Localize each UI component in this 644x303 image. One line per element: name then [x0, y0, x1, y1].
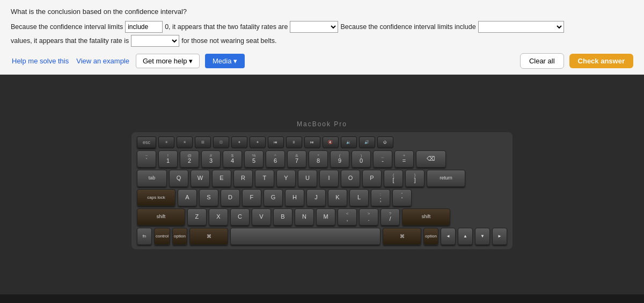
question-text: What is the conclusion based on the conf…: [11, 8, 633, 16]
9-key[interactable]: (9: [330, 150, 349, 168]
esc-key[interactable]: esc: [137, 136, 156, 148]
clear-all-button[interactable]: Clear all: [520, 53, 564, 69]
l-key[interactable]: L: [349, 189, 369, 206]
capslock-key[interactable]: caps lock: [137, 189, 175, 206]
up-arrow-key[interactable]: ▲: [458, 228, 473, 245]
question-panel: What is the conclusion based on the conf…: [0, 0, 644, 75]
f6-key[interactable]: ✦: [250, 136, 266, 148]
lshift-key[interactable]: shift: [137, 208, 185, 226]
tab-key[interactable]: tab: [137, 170, 167, 187]
fn-key-bottom[interactable]: fn: [137, 228, 152, 245]
cmd-left-key[interactable]: ⌘: [189, 228, 228, 245]
k-key[interactable]: K: [328, 189, 347, 206]
sentence-row-1: Because the confidence interval limits 0…: [11, 21, 633, 47]
n-key[interactable]: N: [295, 208, 314, 226]
3-key[interactable]: #3: [201, 150, 221, 168]
minus-key[interactable]: _-: [373, 150, 392, 168]
q-key[interactable]: Q: [169, 170, 188, 187]
f-key[interactable]: F: [242, 189, 261, 206]
lbracket-key[interactable]: {[: [384, 170, 403, 187]
qwerty-row: tab Q W E R T Y U I O P {[ }] return: [137, 170, 507, 187]
4-key[interactable]: $4: [223, 150, 242, 168]
option-right-key[interactable]: option: [423, 228, 438, 245]
backspace-key[interactable]: ⌫: [416, 150, 446, 168]
o-key[interactable]: O: [341, 170, 360, 187]
v-key[interactable]: V: [252, 208, 271, 226]
rshift-key[interactable]: shift: [402, 208, 450, 226]
f1-key[interactable]: ☀: [158, 136, 174, 148]
p-key[interactable]: P: [362, 170, 382, 187]
m-key[interactable]: M: [316, 208, 335, 226]
fatality-rate-select[interactable]: [131, 35, 179, 47]
option-key[interactable]: option: [172, 228, 187, 245]
y-key[interactable]: Y: [276, 170, 296, 187]
f9-key[interactable]: ⏭: [304, 136, 320, 148]
quote-key[interactable]: "': [392, 189, 412, 206]
get-more-help-button[interactable]: Get more help ▾: [136, 54, 200, 68]
a-key[interactable]: A: [178, 189, 197, 206]
f12-key[interactable]: 🔊: [359, 136, 375, 148]
h-key[interactable]: H: [285, 189, 304, 206]
1-key[interactable]: !1: [158, 150, 178, 168]
2-key[interactable]: @2: [180, 150, 199, 168]
8-key[interactable]: *8: [309, 150, 328, 168]
check-answer-button[interactable]: Check answer: [569, 54, 633, 68]
c-key[interactable]: C: [230, 208, 250, 226]
d-key[interactable]: D: [221, 189, 240, 206]
media-button[interactable]: Media ▾: [205, 54, 245, 68]
toolbar: Help me solve this View an example Get m…: [11, 53, 633, 69]
view-example-button[interactable]: View an example: [75, 55, 130, 67]
fatality-rates-select[interactable]: [290, 21, 338, 33]
f11-key[interactable]: 🔉: [341, 136, 357, 148]
f10-key[interactable]: 🔇: [323, 136, 339, 148]
f4-key[interactable]: ⊡: [213, 136, 229, 148]
power-key[interactable]: ⏻: [377, 136, 393, 148]
ctrl-key[interactable]: control: [154, 228, 170, 245]
7-key[interactable]: &7: [287, 150, 306, 168]
f3-key[interactable]: ⊞: [195, 136, 211, 148]
cmd-right-key[interactable]: ⌘: [383, 228, 421, 245]
period-key[interactable]: >.: [359, 208, 378, 226]
comma-key[interactable]: <,: [338, 208, 357, 226]
6-key[interactable]: ^6: [266, 150, 285, 168]
sentence-prefix: Because the confidence interval limits: [11, 23, 123, 31]
f5-key[interactable]: ✦: [231, 136, 247, 148]
return-key[interactable]: return: [427, 170, 465, 187]
ci-limits-select[interactable]: [478, 21, 564, 33]
include-input[interactable]: [125, 21, 163, 33]
down-arrow-key[interactable]: ▼: [475, 228, 490, 245]
z-key[interactable]: Z: [187, 208, 207, 226]
u-key[interactable]: U: [298, 170, 317, 187]
left-arrow-key[interactable]: ◄: [441, 228, 456, 245]
x-key[interactable]: X: [209, 208, 228, 226]
r-key[interactable]: R: [233, 170, 253, 187]
0-key[interactable]: )0: [352, 150, 371, 168]
sentence-values: values, it appears that the fatality rat…: [11, 37, 129, 45]
semicolon-key[interactable]: :;: [371, 189, 390, 206]
macbook-label: MacBook Pro: [297, 120, 347, 128]
space-key[interactable]: [230, 228, 380, 245]
backtick-key[interactable]: ~`: [137, 150, 156, 168]
i-key[interactable]: I: [319, 170, 339, 187]
sentence-end: for those not wearing seat belts.: [181, 37, 276, 45]
e-key[interactable]: E: [212, 170, 231, 187]
j-key[interactable]: J: [306, 189, 326, 206]
help-solve-button[interactable]: Help me solve this: [11, 55, 70, 67]
keyboard-area: MacBook Pro esc ☀ ☀ ⊞ ⊡ ✦ ✦ ⏮ ⏸ ⏭ 🔇 🔉 🔊 …: [0, 75, 644, 294]
right-arrow-key[interactable]: ►: [492, 228, 507, 245]
sentence-middle: 0, it appears that the two fatality rate…: [165, 23, 288, 31]
t-key[interactable]: T: [255, 170, 274, 187]
f2-key[interactable]: ☀: [177, 136, 193, 148]
f8-key[interactable]: ⏸: [286, 136, 302, 148]
g-key[interactable]: G: [264, 189, 283, 206]
b-key[interactable]: B: [273, 208, 292, 226]
slash-key[interactable]: ?/: [380, 208, 400, 226]
bottom-row: fn control option ⌘ ⌘ option ◄ ▲ ▼ ►: [137, 228, 507, 245]
rbracket-key[interactable]: }]: [405, 170, 425, 187]
f7-key[interactable]: ⏮: [268, 136, 284, 148]
s-key[interactable]: S: [199, 189, 218, 206]
equals-key[interactable]: +=: [394, 150, 414, 168]
5-key[interactable]: %5: [244, 150, 264, 168]
w-key[interactable]: W: [191, 170, 210, 187]
number-row: ~` !1 @2 #3 $4 %5 ^6 &7 *8 (9 )0 _- += ⌫: [137, 150, 507, 168]
